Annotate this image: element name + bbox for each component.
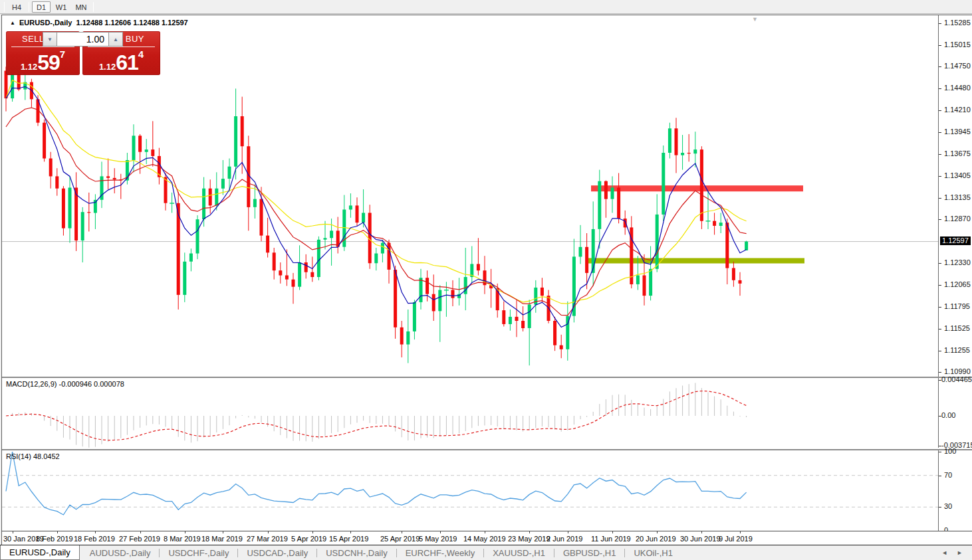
candle-body — [362, 213, 365, 223]
date-tick-label: 5 May 2019 — [419, 535, 457, 543]
divider — [938, 15, 939, 377]
date-tick-label: 27 Mar 2019 — [247, 535, 288, 543]
macd-signal-line — [6, 391, 747, 440]
date-tick-label: 11 Jun 2019 — [591, 535, 631, 543]
collapse-triangle-icon[interactable]: ▲ — [10, 20, 15, 26]
chart-tab-usdcnh[interactable]: USDCNH-,Daily — [317, 545, 396, 560]
candle-body — [138, 136, 142, 151]
tab-scroll-right-icon[interactable]: ► — [957, 549, 963, 556]
candle-body — [713, 221, 716, 226]
candle-body — [342, 210, 346, 247]
chart-title-ohlc: 1.12488 1.12606 1.12488 1.12597 — [76, 19, 188, 27]
price-tick-label: 1.12330 — [944, 258, 971, 266]
candle-body — [241, 116, 244, 146]
axis-tick — [57, 531, 58, 533]
chart-tab-gbpusd[interactable]: GBPUSD-,H1 — [554, 545, 624, 560]
chart-tab-usdchf[interactable]: USDCHF-,Daily — [160, 545, 237, 560]
candle-body — [604, 181, 608, 199]
candle-body — [349, 205, 352, 209]
candle-body — [700, 149, 703, 221]
candle-body — [43, 123, 46, 159]
price-tick-label: 1.13675 — [944, 149, 971, 157]
rsi-panel[interactable]: RSI(14) 48.0452 10070300 — [2, 449, 972, 531]
candle-body — [725, 223, 729, 268]
candle-body — [189, 254, 193, 262]
divider — [11, 47, 74, 47]
candle-body — [215, 189, 218, 206]
candle-body — [394, 270, 397, 327]
candle-body — [585, 247, 588, 273]
candle-body — [183, 262, 186, 295]
divider — [938, 450, 939, 531]
rsi-canvas[interactable] — [2, 450, 938, 531]
axis-tick — [939, 176, 941, 177]
axis-tick — [939, 507, 941, 508]
candle-body — [49, 159, 53, 177]
axis-tick — [939, 329, 941, 329]
candle-body — [745, 242, 748, 250]
date-axis[interactable]: 30 Jan 20198 Feb 201918 Feb 201927 Feb 2… — [2, 531, 972, 545]
date-tick-label: 9 Jul 2019 — [719, 535, 753, 543]
candle-body — [598, 181, 601, 229]
candle-body — [502, 310, 505, 324]
buy-price: 1.12614 — [82, 48, 160, 72]
candle-body — [560, 345, 563, 349]
chart-tab-audusd[interactable]: AUDUSD-,Daily — [81, 545, 160, 560]
macd-canvas[interactable] — [2, 378, 938, 448]
axis-tick — [740, 531, 741, 533]
macd-label: MACD(12,26,9) -0.000946 0.000078 — [6, 380, 124, 388]
axis-tick — [657, 531, 658, 533]
rsi-line — [6, 452, 747, 515]
timeframe-button-w1[interactable]: W1 — [52, 1, 70, 13]
axis-tick — [939, 476, 941, 476]
chart-tab-eurchf[interactable]: EURCHF-,Weekly — [397, 545, 484, 560]
macd-tick-label: 0.00 — [941, 411, 955, 419]
price-tick-label: 1.15015 — [944, 41, 971, 48]
date-tick-label: 8 Feb 2019 — [36, 535, 73, 543]
candle-body — [68, 188, 72, 229]
candle-body — [381, 243, 384, 254]
ma-mid-line — [6, 108, 747, 316]
divider — [93, 2, 94, 12]
price-tick-label: 1.15285 — [944, 19, 971, 27]
timeframe-button-d1[interactable]: D1 — [32, 1, 51, 13]
price-axis[interactable]: 1.152851.150151.147501.144801.142101.139… — [939, 15, 972, 377]
candle-body — [509, 317, 512, 324]
axis-tick — [185, 531, 185, 533]
candle-body — [592, 229, 595, 273]
resistance-line[interactable] — [591, 185, 803, 191]
chart-tab-xauusd[interactable]: XAUUSD-,H1 — [484, 545, 554, 560]
timeframe-button-mn[interactable]: MN — [72, 1, 90, 13]
chart-tab-ukoil[interactable]: UKOil-,H1 — [625, 545, 681, 560]
candle-body — [266, 236, 269, 253]
candle-body — [164, 177, 168, 203]
candle-body — [304, 262, 308, 272]
price-tick-label: 1.12870 — [944, 215, 971, 223]
price-tick-label: 1.14210 — [944, 106, 971, 114]
macd-tick-label: 0.004465 — [941, 375, 972, 383]
price-chart-panel[interactable]: ▲EURUSD-,Daily 1.12488 1.12606 1.12488 1… — [2, 15, 972, 377]
timeframe-button-h4[interactable]: H4 — [7, 1, 26, 13]
candle-body — [636, 276, 640, 284]
tab-scroll-left-icon[interactable]: ◄ — [941, 549, 947, 556]
candle-body — [432, 294, 435, 312]
macd-panel[interactable]: MACD(12,26,9) -0.000946 0.000078 0.00446… — [2, 377, 972, 448]
current-price-label: 1.12597 — [940, 236, 971, 245]
candle-body — [477, 264, 480, 270]
chart-tab-eurusd[interactable]: EURUSD-,Daily — [0, 545, 80, 560]
chart-tab-usdcad[interactable]: USDCAD-,Daily — [238, 545, 316, 560]
axis-tick — [939, 23, 941, 24]
support-line[interactable] — [586, 258, 804, 264]
axis-tick — [939, 132, 941, 133]
volume-decrease-button[interactable]: ▼ — [43, 32, 57, 47]
volume-input[interactable]: 1.00 — [57, 32, 108, 47]
axis-tick — [402, 531, 402, 533]
date-tick-label: 2 Jun 2019 — [547, 535, 582, 543]
volume-increase-button[interactable]: ▲ — [108, 32, 123, 47]
candle-body — [260, 199, 263, 236]
macd-axis: 0.0044650.00-0.003715 — [939, 378, 972, 448]
candle-body — [221, 179, 225, 189]
axis-tick — [939, 372, 941, 373]
chart-tab-bar: EURUSD-,DailyAUDUSD-,DailyUSDCHF-,DailyU… — [0, 545, 972, 560]
candle-body — [675, 128, 678, 155]
